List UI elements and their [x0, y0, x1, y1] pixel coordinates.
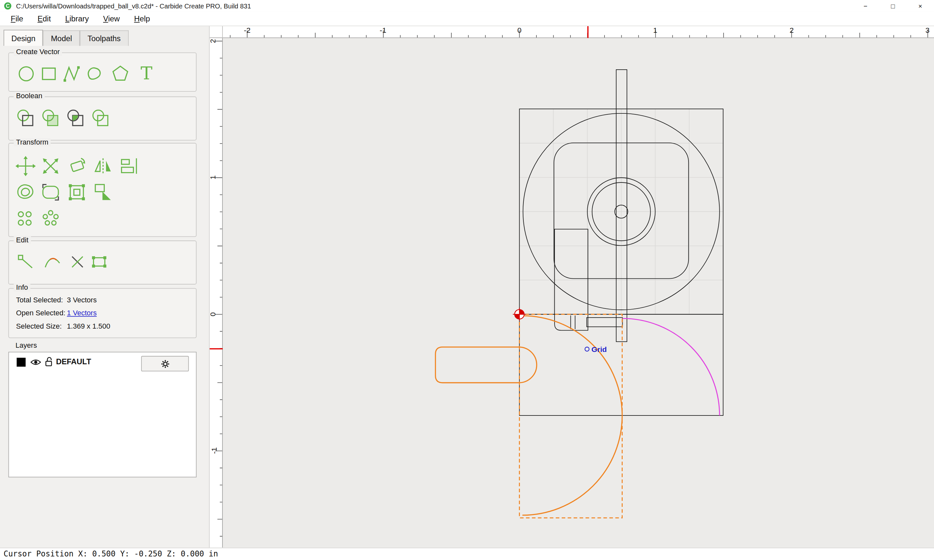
- ruler-label: 1: [653, 26, 657, 35]
- polyline-tool-button[interactable]: [61, 64, 82, 84]
- edit-nodes-button[interactable]: [15, 252, 35, 272]
- align-icon: [119, 155, 140, 177]
- circular-array-tool-button[interactable]: [40, 208, 61, 229]
- layer-unlocked-icon[interactable]: [45, 357, 53, 367]
- tab-model[interactable]: Model: [43, 31, 80, 46]
- minimize-button[interactable]: −: [852, 0, 879, 12]
- boolean-group: Boolean: [8, 97, 197, 141]
- boolean-intersect-button[interactable]: [65, 108, 88, 130]
- join-vectors-button[interactable]: [89, 252, 109, 272]
- boolean-exclude-button[interactable]: [90, 108, 113, 130]
- skew-tool-button[interactable]: [92, 182, 114, 203]
- close-button[interactable]: ×: [907, 0, 934, 12]
- polygon-tool-button[interactable]: [110, 64, 130, 84]
- transform-group: Transform: [8, 143, 197, 237]
- layers-title: Layers: [15, 341, 37, 349]
- cursor-x-marker: [587, 26, 588, 38]
- ruler-label: 0: [209, 312, 217, 316]
- polygon-icon: [110, 64, 130, 84]
- cursor-y-marker: [210, 348, 223, 349]
- statusbar: Cursor Position X: 0.500 Y: -0.250 Z: 0.…: [0, 548, 934, 560]
- circle-icon: [16, 64, 36, 84]
- design-scene: Grid: [223, 38, 934, 548]
- skew-icon: [92, 182, 114, 203]
- layer-color-swatch[interactable]: [17, 358, 26, 367]
- ruler-label: -2: [244, 26, 250, 35]
- selected-slot-vector[interactable]: [436, 347, 537, 383]
- rotate-icon: [66, 155, 88, 177]
- grid-text-label[interactable]: Grid: [592, 345, 607, 354]
- sidebar-tabs: Design Model Toolpaths: [3, 30, 128, 46]
- vertical-ruler: 2 1 0 -1: [210, 38, 223, 548]
- side-pocket-vector[interactable]: [555, 229, 588, 330]
- boolean-exclude-icon: [90, 108, 113, 130]
- circle-tool-button[interactable]: [16, 64, 36, 84]
- layer-visible-eye-icon[interactable]: [31, 358, 41, 366]
- ruler-label: -1: [380, 26, 386, 35]
- tab-toolpaths[interactable]: Toolpaths: [80, 31, 128, 46]
- menu-view[interactable]: View: [96, 12, 127, 25]
- offset-tool-button[interactable]: [15, 182, 36, 203]
- info-title: Info: [14, 283, 30, 292]
- curve-icon: [84, 64, 104, 84]
- selection-bounds-box: [519, 314, 622, 518]
- carbide-create-window: C C:/Users/willa/Downloads/trapped_ball_…: [0, 0, 934, 560]
- rotate-tool-button[interactable]: [66, 155, 88, 177]
- titlebar: C C:/Users/willa/Downloads/trapped_ball_…: [0, 0, 934, 12]
- offset-icon: [15, 182, 36, 203]
- boolean-subtract-button[interactable]: [40, 108, 63, 130]
- move-icon: [15, 155, 36, 177]
- ruler-label: -1: [210, 447, 219, 454]
- open-vectors-link[interactable]: 1 Vectors: [67, 309, 97, 317]
- ball-path-arc-magenta[interactable]: [622, 318, 719, 415]
- stock-grid: [519, 109, 723, 314]
- info-total-label: Total Selected:: [16, 296, 65, 304]
- mirror-tool-button[interactable]: [92, 155, 114, 177]
- edit-title: Edit: [14, 235, 31, 244]
- info-group: Info Total Selected: 3 Vectors Open Sele…: [8, 288, 197, 338]
- rectangle-tool-button[interactable]: [39, 64, 59, 84]
- menu-file[interactable]: File: [3, 12, 31, 25]
- ruler-label: 0: [517, 26, 521, 35]
- boolean-union-button[interactable]: [15, 108, 38, 130]
- resize-tool-button[interactable]: [66, 182, 88, 203]
- text-tool-button[interactable]: T: [137, 64, 157, 84]
- ruler-label: 1: [209, 175, 217, 180]
- horizontal-ruler: -2 -1 0 1 2 3: [223, 26, 934, 38]
- text-icon: T: [137, 64, 157, 84]
- boolean-intersect-icon: [65, 108, 88, 130]
- pocket-detail-lines[interactable]: [571, 315, 623, 329]
- menu-edit[interactable]: Edit: [31, 12, 58, 25]
- ruler-label: 3: [925, 26, 929, 35]
- menubar: File Edit Library View Help: [0, 12, 934, 26]
- cursor-position-readout: Cursor Position X: 0.500 Y: -0.250 Z: 0.…: [3, 549, 218, 558]
- join-vectors-icon: [89, 252, 109, 272]
- edit-group: Edit: [8, 240, 197, 285]
- menu-help[interactable]: Help: [127, 12, 157, 25]
- drawing-canvas[interactable]: Grid: [223, 38, 934, 548]
- trim-vectors-button[interactable]: [68, 252, 88, 272]
- curve-tool-button[interactable]: [84, 64, 104, 84]
- align-tool-button[interactable]: [119, 155, 140, 177]
- scale-icon: [40, 155, 61, 177]
- menu-library[interactable]: Library: [58, 12, 96, 25]
- boolean-subtract-icon: [40, 108, 63, 130]
- ruler-corner: [210, 26, 223, 38]
- scale-tool-button[interactable]: [40, 155, 61, 177]
- rectangle-icon: [39, 64, 59, 84]
- fillet-tool-button[interactable]: [40, 182, 61, 203]
- grid-array-tool-button[interactable]: [15, 208, 36, 229]
- layer-settings-button[interactable]: [141, 356, 189, 371]
- layer-row[interactable]: DEFAULT: [9, 352, 196, 372]
- window-title: C:/Users/willa/Downloads/trapped_ball_v8…: [16, 2, 251, 9]
- svg-text:T: T: [141, 64, 153, 84]
- tab-design[interactable]: Design: [3, 30, 43, 46]
- move-tool-button[interactable]: [15, 155, 36, 177]
- info-selected-size: Selected Size: 1.369 x 1.500: [16, 322, 110, 331]
- curve-fit-button[interactable]: [42, 252, 62, 272]
- maximize-button[interactable]: □: [879, 0, 906, 12]
- resize-icon: [66, 182, 88, 203]
- boolean-title: Boolean: [14, 92, 45, 100]
- window-controls: − □ ×: [852, 0, 934, 12]
- info-total-value: 3 Vectors: [67, 296, 97, 304]
